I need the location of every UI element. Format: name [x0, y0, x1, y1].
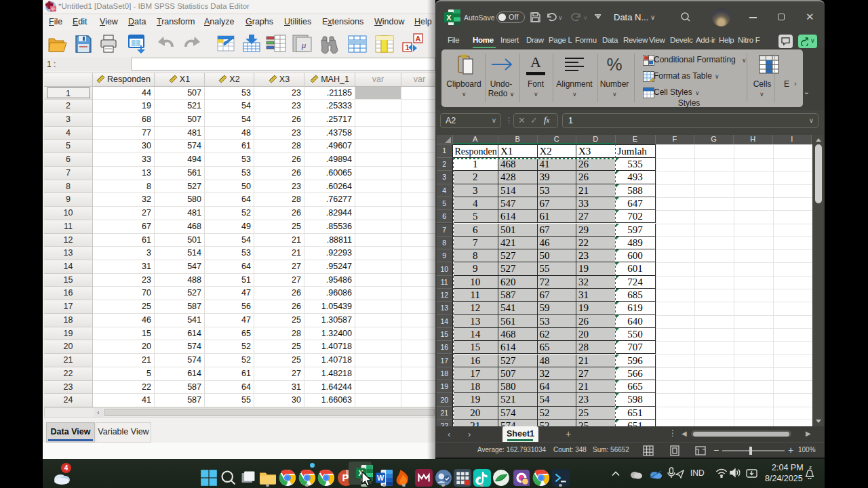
svg-text:P: P: [342, 472, 349, 483]
svg-text:X: X: [446, 14, 452, 22]
svg-text:W: W: [377, 474, 384, 482]
svg-text:A: A: [416, 35, 421, 43]
svg-text:μ: μ: [301, 40, 307, 50]
